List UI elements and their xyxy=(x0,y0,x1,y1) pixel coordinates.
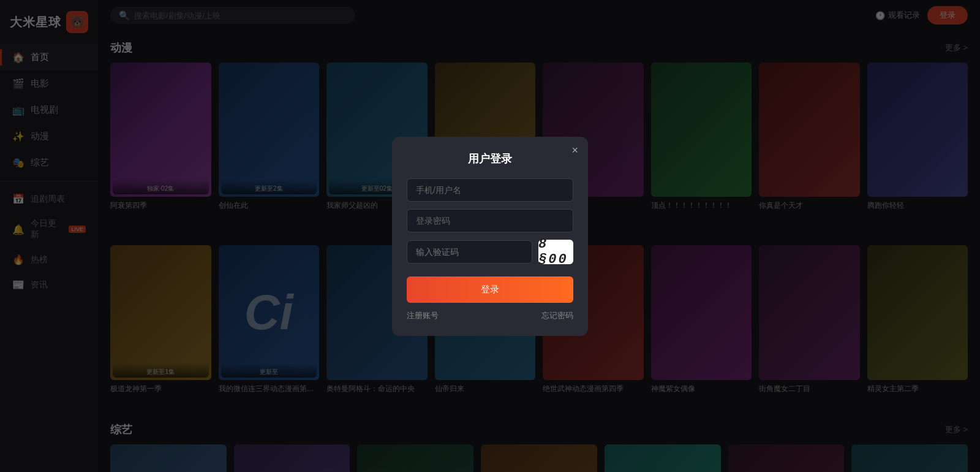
modal-title: 用户登录 xyxy=(407,151,573,166)
phone-field-group xyxy=(407,178,573,202)
phone-input[interactable] xyxy=(407,178,573,202)
login-submit-button[interactable]: 登录 xyxy=(407,276,573,303)
login-modal: 用户登录 × 8 §00 登录 注册账号 忘记密码 xyxy=(392,137,588,336)
forgot-password-link[interactable]: 忘记密码 xyxy=(541,310,573,321)
register-link[interactable]: 注册账号 xyxy=(407,310,439,321)
password-field-group xyxy=(407,209,573,232)
captcha-input[interactable] xyxy=(407,240,532,264)
captcha-group: 8 §00 xyxy=(407,240,573,264)
captcha-image[interactable]: 8 §00 xyxy=(538,240,573,264)
modal-overlay[interactable]: 用户登录 × 8 §00 登录 注册账号 忘记密码 xyxy=(0,0,980,472)
modal-close-button[interactable]: × xyxy=(571,144,578,157)
modal-footer: 注册账号 忘记密码 xyxy=(407,310,573,321)
password-input[interactable] xyxy=(407,209,573,232)
